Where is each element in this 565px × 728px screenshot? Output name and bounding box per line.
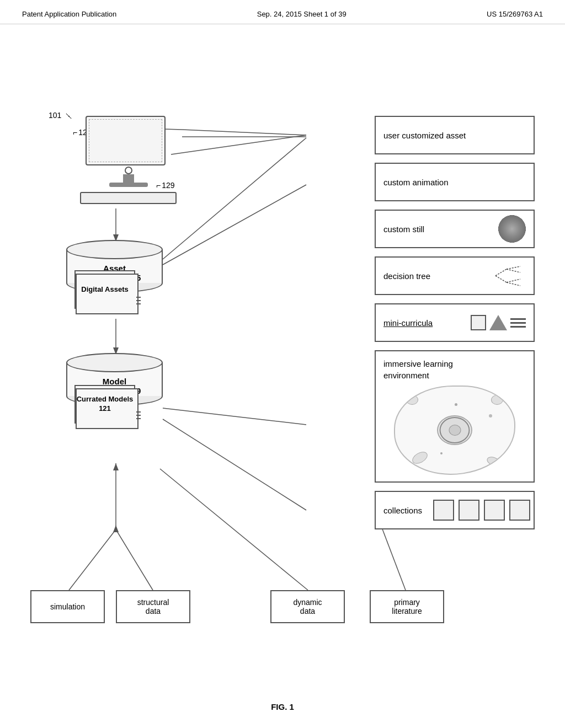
header-right: US 15/269763 A1 [487, 10, 543, 18]
collection-sq-3 [484, 500, 505, 521]
cyl-top-model [66, 353, 163, 372]
collection-sq-2 [459, 500, 479, 521]
label-129: ⌐129 [156, 181, 175, 190]
decision-tree-icon [490, 264, 526, 288]
collection-sq-1 [433, 500, 454, 521]
cyl-top-asset [66, 240, 163, 259]
collection-sq-4 [509, 500, 530, 521]
monitor-base [109, 183, 148, 187]
monitor-circle [125, 167, 132, 174]
svg-line-21 [507, 266, 520, 269]
svg-line-8 [163, 408, 306, 425]
svg-line-9 [163, 419, 306, 510]
collections-squares [433, 500, 530, 521]
primary-literature-label: primaryliterature [392, 598, 422, 615]
user-customized-asset-label: user customized asset [383, 131, 466, 140]
mini-curricula-shapes [471, 315, 526, 330]
monitor [86, 116, 171, 182]
svg-line-14 [160, 469, 308, 590]
svg-line-24 [507, 282, 520, 286]
box-collections: collections [375, 491, 535, 529]
page-header: Patent Application Publication Sep. 24, … [0, 0, 565, 24]
header-middle: Sep. 24, 2015 Sheet 1 of 39 [257, 10, 347, 18]
svg-line-6 [163, 138, 306, 259]
collections-label: collections [383, 506, 422, 515]
box-user-customized-asset: user customized asset [375, 116, 535, 154]
simulation-label: simulation [50, 602, 85, 611]
custom-animation-label: custom animation [383, 178, 449, 187]
cell-illustration [394, 386, 515, 475]
svg-line-7 [163, 185, 306, 265]
dynamic-data-label: dynamicdata [293, 598, 322, 615]
box-dynamic-data: dynamicdata [270, 590, 345, 623]
label-101: 101 ⟍ [49, 109, 73, 121]
svg-line-22 [507, 269, 520, 272]
svg-line-23 [507, 279, 520, 282]
box-custom-animation: custom animation [375, 163, 535, 201]
fig-caption: FIG. 1 [0, 702, 565, 711]
box-primary-literature: primaryliterature [370, 590, 444, 623]
decision-tree-label: decision tree [383, 271, 430, 281]
svg-marker-16 [113, 463, 119, 470]
structural-data-label: structuraldata [137, 598, 169, 615]
header-left: Patent Application Publication [22, 10, 116, 18]
custom-still-image [498, 215, 526, 243]
keyboard [80, 192, 177, 204]
svg-line-13 [116, 529, 153, 590]
box-custom-still: custom still [375, 210, 535, 248]
currated-models-box: Currated Models 121 [74, 385, 135, 424]
box-immersive-learning: immersive learning environment [375, 350, 535, 483]
svg-line-5 [171, 135, 306, 154]
currated-models-label: Currated Models 121 [76, 395, 134, 414]
svg-line-11 [69, 529, 116, 590]
monitor-stand [123, 174, 134, 183]
box-decision-tree: decision tree [375, 256, 535, 295]
box-structural-data: structuraldata [116, 590, 190, 623]
digital-assets-label: Digital Assets [81, 285, 129, 295]
box-mini-curricula: mini-curricula [375, 303, 535, 342]
svg-line-20 [495, 276, 507, 282]
svg-line-19 [495, 269, 507, 276]
custom-still-label: custom still [383, 224, 424, 234]
mini-curricula-label: mini-curricula [383, 318, 433, 328]
monitor-screen [86, 116, 166, 165]
digital-assets-box: Digital Assets [74, 270, 135, 309]
svg-marker-12 [113, 525, 119, 532]
box-simulation: simulation [30, 590, 105, 623]
diagram-area: 101 ⟍ ⌐125 ⌐129 Asset Database 105 [0, 44, 565, 695]
immersive-learning-label: immersive learning environment [383, 358, 453, 381]
svg-line-18 [182, 130, 306, 135]
